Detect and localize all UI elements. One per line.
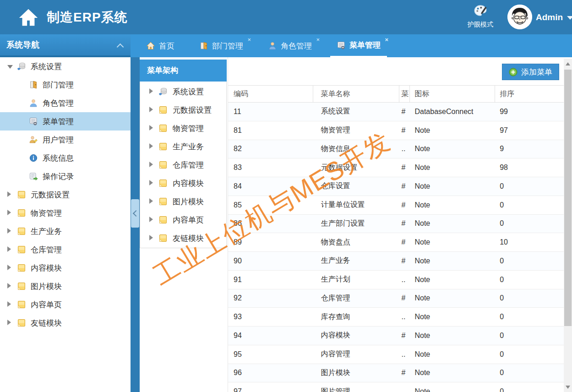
chevron-right-icon[interactable] [149,215,155,224]
cell: .. [399,308,410,326]
sidebar-item-label: 操作记录 [43,171,74,182]
table-toolbar: 添加菜单 [228,57,564,85]
sidebar-item-内容模块[interactable]: 内容模块 [0,259,131,277]
sidebar-item-菜单管理[interactable]: 菜单管理 [0,112,131,131]
cell: 96 [228,364,313,382]
table-row[interactable]: 91生产计划..Note0 [228,271,564,289]
sidebar-item-系统信息[interactable]: 系统信息 [0,149,131,167]
sidebar-item-图片模块[interactable]: 图片模块 [0,277,131,295]
tab-角色管理[interactable]: 角色管理× [261,34,318,57]
chevron-right-icon[interactable] [149,179,155,188]
vertical-scrollbar[interactable] [564,59,572,392]
chevron-right-icon[interactable] [149,160,155,169]
sidebar-item-label: 角色管理 [43,98,74,109]
sidebar-item-内容单页[interactable]: 内容单页 [0,295,131,314]
sidebar-item-仓库管理[interactable]: 仓库管理 [0,240,131,259]
close-icon[interactable]: × [247,37,251,43]
chevron-right-icon[interactable] [7,282,13,291]
note-icon [158,197,169,206]
sidebar-item-用户管理[interactable]: 用户管理 [0,131,131,149]
tab-部门管理[interactable]: 部门管理× [193,34,250,57]
close-icon[interactable]: × [385,37,388,43]
cell: # [399,289,410,308]
close-icon[interactable]: × [316,37,320,43]
table-row[interactable]: 97图片管理..Note0 [228,382,564,392]
table-row[interactable]: 94内容模块#Note0 [228,327,564,345]
menu-tree-item-label: 内容模块 [173,178,204,189]
table-row[interactable]: 89物资盘点#Note10 [228,233,564,252]
tab-bar: 首页部门管理×角色管理×菜单管理× [131,34,572,57]
menu-tree-item-系统设置[interactable]: 系统设置 [140,82,226,101]
chevron-right-icon[interactable] [7,263,13,272]
avatar[interactable] [507,5,532,29]
add-menu-label: 添加菜单 [521,67,552,77]
table-row[interactable]: 92仓库管理#Note0 [228,289,564,308]
eye-protect-mode-label: 护眼模式 [464,21,496,29]
sidebar-item-元数据设置[interactable]: 元数据设置 [0,185,131,204]
table-row[interactable]: 84仓库设置#Note0 [228,177,564,196]
cell: 库存查询 [313,308,399,326]
table-row[interactable]: 83元数据设置#Note98 [228,158,564,177]
sidebar-item-友链模块[interactable]: 友链模块 [0,314,131,332]
table-row[interactable]: 93库存查询..Note0 [228,308,564,327]
scrollbar-thumb[interactable] [564,70,572,326]
sidebar-item-角色管理[interactable]: 角色管理 [0,94,131,112]
chevron-right-icon[interactable] [149,124,155,133]
table-row[interactable]: 96图片模块#Note0 [228,364,564,383]
table-row[interactable]: 95内容管理..Note0 [228,345,564,364]
chevron-down-icon[interactable] [7,62,13,71]
sidebar-collapse-icon[interactable] [117,43,123,49]
menu-tree-item-label: 内容单页 [173,215,204,225]
sidebar-item-物资管理[interactable]: 物资管理 [0,204,131,222]
chevron-right-icon[interactable] [149,197,155,206]
sidebar-item-系统设置[interactable]: 系统设置 [0,57,131,76]
chevron-right-icon[interactable] [7,245,13,254]
menu-tree-item-图片模块[interactable]: 图片模块 [140,192,226,211]
sidebar-item-部门管理[interactable]: 部门管理 [0,76,131,94]
chevron-right-icon[interactable] [149,105,155,114]
cell: 97 [228,382,313,392]
table-row[interactable]: 90生产业务#Note0 [228,252,564,271]
chevron-right-icon[interactable] [7,190,13,199]
chevron-right-icon[interactable] [149,87,155,96]
column-header-1: 编码 [228,86,313,102]
user-dropdown[interactable]: Admin [536,0,572,34]
chevron-right-icon[interactable] [149,142,155,151]
panel-divider [131,57,140,392]
collapse-sidebar-handle[interactable] [131,199,139,228]
column-header-4: 图标 [410,86,495,102]
menu-tree-item-内容单页[interactable]: 内容单页 [140,211,226,229]
home-icon [17,7,39,28]
chevron-right-icon[interactable] [7,300,13,309]
info-icon [29,153,39,163]
menu-tree-item-生产业务[interactable]: 生产业务 [140,137,226,156]
table-row[interactable]: 85计量单位设置#Note0 [228,196,564,215]
chevron-right-icon[interactable] [7,208,13,218]
tab-首页[interactable]: 首页 [140,34,181,57]
menu-tree-item-友链模块[interactable]: 友链模块 [140,229,226,247]
menu-tree-item-物资管理[interactable]: 物资管理 [140,119,226,137]
menu-tree-item-内容模块[interactable]: 内容模块 [140,174,226,192]
table-row[interactable]: 82物资信息..Note9 [228,140,564,159]
sidebar-item-操作记录[interactable]: 操作记录 [0,167,131,185]
table-row[interactable]: 86生产部门设置#Note0 [228,215,564,234]
scroll-up-arrow[interactable] [564,60,572,68]
scroll-down-arrow[interactable] [564,383,572,391]
cell: Note [410,308,495,326]
chevron-right-icon[interactable] [7,227,13,236]
table-row[interactable]: 81物资管理#Note97 [228,121,564,140]
cell: Note [410,271,495,289]
chevron-right-icon[interactable] [7,318,13,327]
table-row[interactable]: 11系统设置#DatabaseConnect99 [228,103,564,121]
eye-protect-mode-button[interactable]: 护眼模式 [464,4,496,33]
sidebar-item-生产业务[interactable]: 生产业务 [0,222,131,240]
note-icon [158,124,169,133]
add-menu-button[interactable]: 添加菜单 [502,64,559,80]
chevron-right-icon[interactable] [149,234,155,243]
tab-菜单管理[interactable]: 菜单管理× [330,34,387,57]
cell: # [399,327,410,345]
menu-structure-title: 菜单架构 [140,60,227,82]
menu-tree-item-仓库管理[interactable]: 仓库管理 [140,156,226,174]
note-icon [17,245,27,254]
menu-tree-item-元数据设置[interactable]: 元数据设置 [140,101,226,119]
